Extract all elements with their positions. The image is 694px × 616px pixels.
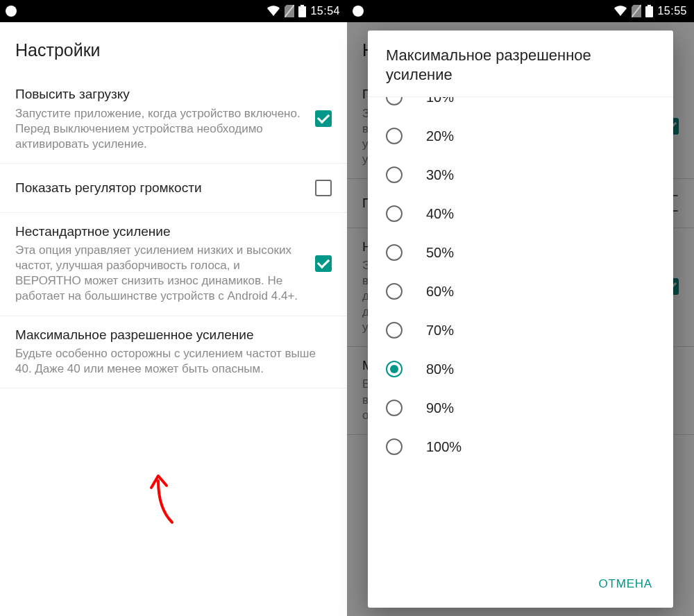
- radio-option-20[interactable]: 20%: [368, 117, 673, 155]
- setting-texts: Повысить загрузку Запустите приложение, …: [15, 85, 304, 152]
- setting-custom-gain[interactable]: Нестандартное усиление Эта опция управля…: [0, 213, 347, 316]
- checkbox-show-volume[interactable]: [315, 180, 332, 196]
- radio-option-10[interactable]: 10%: [368, 96, 673, 117]
- dialog-option-list: 10% 20% 30% 40% 50% 60%: [368, 96, 673, 563]
- notification-dot-icon: [353, 6, 364, 17]
- status-right: 15:54: [266, 5, 340, 17]
- radio-icon: [386, 166, 403, 183]
- phone-left: 15:54 Настройки Повысить загрузку Запуст…: [0, 0, 347, 616]
- radio-label: 90%: [426, 400, 454, 416]
- setting-title: Нестандартное усиление: [15, 223, 304, 241]
- dialog-actions: ОТМЕНА: [368, 563, 673, 608]
- status-time: 15:54: [310, 5, 340, 17]
- dialog-title: Максимальное разрешенное усиление: [368, 31, 673, 96]
- max-gain-dialog: Максимальное разрешенное усиление 10% 20…: [368, 31, 673, 608]
- phone-right: 15:55 Н П Звуу П Н Эвдду М Бво: [347, 0, 694, 616]
- setting-max-gain[interactable]: Максимальное разрешенное усиление Будьте…: [0, 316, 347, 389]
- setting-texts: Нестандартное усиление Эта опция управля…: [15, 223, 304, 305]
- checkbox-boost-boot[interactable]: [315, 110, 332, 127]
- radio-option-80[interactable]: 80%: [368, 350, 673, 388]
- setting-desc: Запустите приложение, когда устройство в…: [15, 106, 304, 152]
- radio-label: 20%: [426, 128, 454, 144]
- setting-desc: Будьте особенно осторожны с усилением ча…: [15, 346, 332, 377]
- radio-option-40[interactable]: 40%: [368, 194, 673, 233]
- annotation-arrow-icon: [144, 470, 186, 526]
- battery-icon: [298, 5, 306, 17]
- checkbox-custom-gain[interactable]: [315, 255, 332, 272]
- radio-icon: [386, 244, 403, 261]
- radio-icon: [386, 361, 403, 377]
- svg-rect-1: [298, 6, 306, 17]
- radio-label: 10%: [426, 96, 454, 105]
- radio-icon: [386, 205, 403, 222]
- cancel-button[interactable]: ОТМЕНА: [590, 570, 661, 598]
- battery-icon: [645, 5, 653, 17]
- radio-option-70[interactable]: 70%: [368, 311, 673, 350]
- no-sim-icon: [632, 5, 641, 17]
- radio-icon: [386, 438, 403, 455]
- radio-icon: [386, 400, 403, 416]
- setting-texts: Показать регулятор громкости: [15, 179, 304, 197]
- svg-rect-4: [645, 6, 653, 17]
- status-bar: 15:55: [347, 0, 694, 22]
- page-title: Настройки: [0, 22, 347, 76]
- notification-dot-icon: [6, 6, 17, 17]
- setting-title: Показать регулятор громкости: [15, 179, 304, 197]
- radio-icon: [386, 128, 403, 144]
- status-left: [353, 6, 364, 17]
- radio-label: 100%: [426, 439, 462, 455]
- status-bar: 15:54: [0, 0, 347, 22]
- radio-option-100[interactable]: 100%: [368, 427, 673, 466]
- settings-content: Настройки Повысить загрузку Запустите пр…: [0, 22, 347, 388]
- radio-option-50[interactable]: 50%: [368, 233, 673, 272]
- radio-label: 40%: [426, 206, 454, 222]
- svg-rect-5: [648, 5, 651, 7]
- radio-icon: [386, 96, 403, 105]
- radio-option-60[interactable]: 60%: [368, 272, 673, 311]
- radio-label: 70%: [426, 323, 454, 339]
- setting-texts: Максимальное разрешенное усиление Будьте…: [15, 326, 332, 377]
- status-right: 15:55: [613, 5, 687, 17]
- radio-label: 60%: [426, 284, 454, 300]
- setting-title: Максимальное разрешенное усиление: [15, 326, 332, 344]
- radio-label: 50%: [426, 245, 454, 261]
- no-sim-icon: [285, 5, 294, 17]
- wifi-icon: [613, 6, 627, 17]
- radio-label: 30%: [426, 167, 454, 183]
- setting-boost-boot[interactable]: Повысить загрузку Запустите приложение, …: [0, 76, 347, 164]
- radio-option-30[interactable]: 30%: [368, 155, 673, 194]
- wifi-icon: [266, 6, 280, 17]
- radio-icon: [386, 283, 403, 300]
- radio-label: 80%: [426, 361, 454, 377]
- status-time: 15:55: [657, 5, 687, 17]
- status-left: [6, 6, 17, 17]
- radio-option-90[interactable]: 90%: [368, 388, 673, 427]
- svg-rect-2: [301, 5, 304, 7]
- setting-desc: Эта опция управляет усилением низких и в…: [15, 243, 304, 304]
- setting-show-volume[interactable]: Показать регулятор громкости: [0, 164, 347, 213]
- setting-title: Повысить загрузку: [15, 85, 304, 103]
- radio-icon: [386, 322, 403, 339]
